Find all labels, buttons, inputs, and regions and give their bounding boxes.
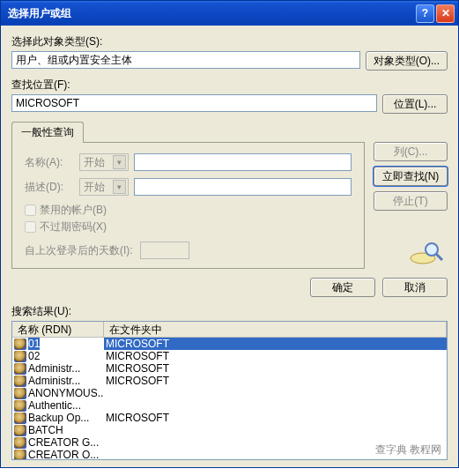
window-title: 选择用户或组 <box>8 6 416 21</box>
nonexpiring-password-check[interactable] <box>25 221 36 233</box>
name-match-value: 开始 <box>84 155 105 170</box>
find-icon <box>407 239 446 269</box>
name-match-combo[interactable]: 开始 ▾ <box>79 153 129 171</box>
days-since-label: 自上次登录后的天数(I): <box>25 243 133 258</box>
row-name: 01 <box>28 338 40 350</box>
user-icon <box>14 363 26 375</box>
dialog-body: 选择此对象类型(S): 用户、组或内置安全主体 对象类型(O)... 查找位置(… <box>1 26 458 467</box>
desc-label: 描述(D): <box>25 180 74 195</box>
user-icon <box>14 388 26 399</box>
svg-point-1 <box>426 243 438 256</box>
table-row[interactable]: Backup Op...MICROSOFT <box>12 412 447 424</box>
desc-match-combo[interactable]: 开始 ▾ <box>79 178 129 196</box>
user-icon <box>14 351 26 362</box>
locations-button[interactable]: 位置(L)... <box>382 94 448 114</box>
row-folder: MICROSOFT <box>104 412 447 424</box>
name-label: 名称(A): <box>25 155 74 170</box>
row-name: 02 <box>28 350 40 362</box>
row-folder: MICROSOFT <box>104 350 447 362</box>
row-name: Administr... <box>28 362 80 375</box>
row-folder: MICROSOFT <box>104 362 447 375</box>
row-name: BATCH <box>28 424 63 436</box>
titlebar-buttons: ? ✕ <box>416 4 455 23</box>
general-query-panel: 名称(A): 开始 ▾ 描述(D): 开始 ▾ <box>11 142 365 269</box>
location-label: 查找位置(F): <box>11 78 448 93</box>
row-folder: MICROSOFT <box>104 375 447 387</box>
row-folder: MICROSOFT <box>104 338 447 350</box>
table-row[interactable]: Administr...MICROSOFT <box>12 362 447 375</box>
stop-button[interactable]: 停止(T) <box>374 191 448 211</box>
select-users-groups-dialog: 选择用户或组 ? ✕ 选择此对象类型(S): 用户、组或内置安全主体 对象类型(… <box>0 0 459 468</box>
user-icon <box>14 425 26 436</box>
disabled-accounts-checkbox[interactable]: 禁用的帐户(B) <box>25 203 352 218</box>
close-button[interactable]: ✕ <box>436 4 455 23</box>
user-icon <box>14 338 26 350</box>
table-row[interactable]: BATCH <box>12 424 447 436</box>
ok-button[interactable]: 确定 <box>310 278 375 297</box>
columns-button[interactable]: 列(C)... <box>374 142 448 161</box>
table-row[interactable]: 02MICROSOFT <box>12 350 447 362</box>
desc-match-value: 开始 <box>84 180 105 195</box>
chevron-down-icon: ▾ <box>113 155 126 169</box>
object-type-label: 选择此对象类型(S): <box>11 34 448 49</box>
chevron-down-icon: ▾ <box>113 180 126 194</box>
location-field: MICROSOFT <box>11 94 377 112</box>
cancel-button[interactable]: 取消 <box>382 278 448 297</box>
help-button[interactable]: ? <box>416 4 434 23</box>
watermark: 查字典 教程网 <box>374 443 443 457</box>
svg-line-2 <box>436 254 442 260</box>
row-name: CREATOR O... <box>28 449 99 460</box>
name-input[interactable] <box>134 153 352 171</box>
results-header[interactable]: 名称 (RDN) 在文件夹中 <box>12 322 447 338</box>
object-type-field: 用户、组或内置安全主体 <box>11 51 360 69</box>
table-row[interactable]: ANONYMOUS... <box>12 387 447 399</box>
user-icon <box>14 400 26 412</box>
user-icon <box>14 376 26 387</box>
days-since-spinner[interactable] <box>140 242 189 259</box>
table-row[interactable]: Administr...MICROSOFT <box>12 375 447 387</box>
user-icon <box>14 450 26 461</box>
row-name: ANONYMOUS... <box>28 387 104 399</box>
row-name: CREATOR G... <box>28 436 99 449</box>
column-name[interactable]: 名称 (RDN) <box>12 322 104 337</box>
find-now-button[interactable]: 立即查找(N) <box>374 167 448 186</box>
desc-input[interactable] <box>134 178 352 196</box>
table-row[interactable]: 01MICROSOFT <box>12 338 447 350</box>
row-name: Administr... <box>28 375 80 387</box>
column-folder[interactable]: 在文件夹中 <box>104 322 447 337</box>
user-icon <box>14 437 26 449</box>
tab-general-query[interactable]: 一般性查询 <box>11 122 84 143</box>
user-icon <box>14 413 26 424</box>
results-listview[interactable]: 名称 (RDN) 在文件夹中 01MICROSOFT02MICROSOFTAdm… <box>11 321 448 460</box>
table-row[interactable]: Authentic... <box>12 399 447 412</box>
right-button-column: 列(C)... 立即查找(N) 停止(T) <box>374 121 448 269</box>
disabled-accounts-check[interactable] <box>25 205 36 216</box>
row-name: Authentic... <box>28 399 81 412</box>
titlebar[interactable]: 选择用户或组 ? ✕ <box>1 1 458 26</box>
results-label: 搜索结果(U): <box>11 304 448 319</box>
nonexpiring-password-checkbox[interactable]: 不过期密码(X) <box>25 219 352 234</box>
row-name: Backup Op... <box>28 412 89 424</box>
object-types-button[interactable]: 对象类型(O)... <box>366 51 448 71</box>
